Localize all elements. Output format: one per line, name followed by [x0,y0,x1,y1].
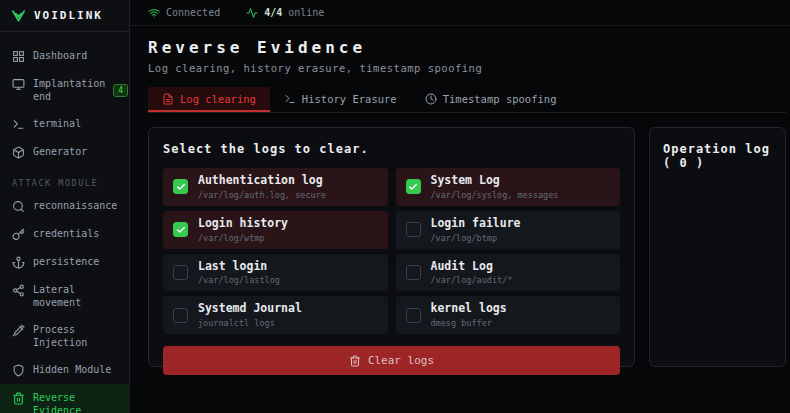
implant-count-badge: 4 [113,84,128,97]
trash-icon [12,392,25,405]
sidebar-item-credentials[interactable]: credentials [0,220,129,248]
syringe-icon [12,324,25,337]
connection-status-label: Connected [166,7,220,18]
wifi-icon [148,7,160,19]
log-grid: Authentication log/var/log/auth.log, sec… [163,168,620,334]
sidebar-item-generator[interactable]: Generator [0,138,129,166]
key-icon [12,228,25,241]
log-row-login-failure[interactable]: Login failure/var/log/btmp [396,211,621,249]
check-icon [176,182,186,192]
clear-logs-button[interactable]: Clear logs [163,346,620,375]
sidebar-item-dashboard[interactable]: Dashboard [0,42,129,70]
sidebar-item-label: reconnaissance [33,199,117,212]
sidebar-item-label: Process Injection [33,323,117,349]
check-icon [408,182,418,192]
search-icon [12,200,25,213]
section-label-attack-module: ATTACK MODULE [0,166,129,192]
grid-icon [12,50,25,63]
checkbox-icon[interactable] [406,222,421,237]
sidebar-item-reverse-evidence[interactable]: Reverse Evidence [0,384,129,413]
tab-log-clearing[interactable]: Log clearing [148,87,270,112]
log-path: journalctl logs [198,318,302,328]
anchor-icon [12,256,25,269]
online-status: 4/4 online [246,7,324,19]
log-path: /var/log/lastlog [198,275,280,285]
log-title: Systemd Journal [198,302,302,316]
clear-logs-button-label: Clear logs [368,354,434,367]
sidebar-item-label: Reverse Evidence [33,391,117,413]
shield-icon [12,364,25,377]
terminal-icon [12,118,25,131]
monitor-icon [12,78,25,91]
page-subtitle: Log clearing, history erasure, timestamp… [148,62,786,74]
page-content: Reverse Evidence Log clearing, history e… [130,26,790,367]
sidebar-item-label: Hidden Module [33,363,117,376]
sidebar-item-terminal[interactable]: terminal [0,110,129,138]
sidebar-item-process-injection[interactable]: Process Injection [0,316,129,356]
checkbox-icon[interactable] [173,179,188,194]
activity-icon [246,7,258,19]
sidebar-item-label: Lateral movement [33,283,117,309]
log-path: /var/log/syslog, messages [431,190,559,200]
log-title: Login failure [431,217,521,231]
checkbox-icon[interactable] [406,308,421,323]
sidebar-item-label: Implantation end [33,77,105,103]
check-icon [176,225,186,235]
trash-icon [349,355,361,367]
sidebar-item-label: Generator [33,145,117,158]
checkbox-icon[interactable] [173,222,188,237]
online-label: online [288,7,324,18]
log-path: /var/log/btmp [431,233,521,243]
log-row-system-log[interactable]: System Log/var/log/syslog, messages [396,168,621,206]
clock-icon [425,93,437,105]
tab-timestamp-spoofing[interactable]: Timestamp spoofing [411,87,571,112]
sidebar-item-label: Dashboard [33,49,117,62]
page-title: Reverse Evidence [148,38,786,57]
sidebar-item-reconnaissance[interactable]: reconnaissance [0,192,129,220]
log-title: System Log [431,174,559,188]
sidebar-item-label: terminal [33,117,117,130]
log-row-login-history[interactable]: Login history/var/log/wtmp [163,211,388,249]
tab-label: Timestamp spoofing [443,93,557,105]
sidebar: VOIDLINK Dashboard Implantation end 4 te… [0,0,130,413]
main-area: Connected 4/4 online Reverse Evidence Lo… [130,0,790,413]
checkbox-icon[interactable] [173,265,188,280]
checkbox-icon[interactable] [406,179,421,194]
log-path: dmesg buffer [431,318,507,328]
package-icon [12,146,25,159]
log-clearing-heading: Select the logs to clear. [163,142,620,156]
log-path: /var/log/audit/* [431,275,513,285]
tab-bar: Log clearing History Erasure Timestamp s… [148,87,786,113]
log-row-authentication-log[interactable]: Authentication log/var/log/auth.log, sec… [163,168,388,206]
terminal-icon [284,93,296,105]
tab-history-erasure[interactable]: History Erasure [270,87,411,112]
sidebar-nav: Dashboard Implantation end 4 terminal Ge… [0,32,129,413]
sidebar-item-lateral-movement[interactable]: Lateral movement [0,276,129,316]
panels-row: Select the logs to clear. Authentication… [148,127,786,367]
tab-label: History Erasure [302,93,397,105]
log-title: Audit Log [431,260,513,274]
sidebar-item-hidden-module[interactable]: Hidden Module [0,356,129,384]
log-title: Authentication log [198,174,326,188]
operation-log-heading: Operation log ( 0 ) [663,142,772,170]
tab-label: Log clearing [180,93,256,105]
log-row-audit-log[interactable]: Audit Log/var/log/audit/* [396,254,621,292]
log-row-systemd-journal[interactable]: Systemd Journaljournalctl logs [163,296,388,334]
log-title: kernel logs [431,302,507,316]
log-row-last-login[interactable]: Last login/var/log/lastlog [163,254,388,292]
voidlink-logo-icon [11,8,26,23]
checkbox-icon[interactable] [406,265,421,280]
sidebar-item-label: persistence [33,255,117,268]
log-title: Login history [198,217,288,231]
log-clearing-panel: Select the logs to clear. Authentication… [148,127,635,367]
connection-status: Connected [148,7,220,19]
brand-header: VOIDLINK [0,0,129,32]
sidebar-item-label: credentials [33,227,117,240]
sidebar-item-persistence[interactable]: persistence [0,248,129,276]
sidebar-item-implantation-end[interactable]: Implantation end 4 [0,70,129,110]
checkbox-icon[interactable] [173,308,188,323]
log-row-kernel-logs[interactable]: kernel logsdmesg buffer [396,296,621,334]
log-path: /var/log/wtmp [198,233,288,243]
log-path: /var/log/auth.log, secure [198,190,326,200]
brand-name: VOIDLINK [34,9,103,22]
